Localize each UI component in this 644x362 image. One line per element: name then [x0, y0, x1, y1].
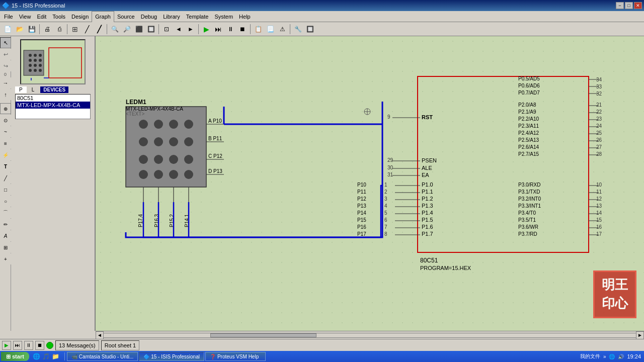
svg-text:P1.7: P1.7 [422, 231, 433, 237]
save-button[interactable]: 💾 [26, 24, 37, 35]
play-status-btn[interactable]: ▶ [2, 341, 11, 350]
place-bus-tool[interactable]: ≡ [0, 138, 11, 149]
taskbar-proteus-help[interactable]: ❓ Proteus VSM Help [205, 352, 266, 361]
draw-rect-tool[interactable]: □ [0, 184, 11, 195]
print2-button[interactable]: ⎙ [54, 24, 65, 35]
messages-status: 13 Message(s) [55, 340, 99, 350]
properties-button[interactable]: 🔧 [292, 24, 303, 35]
draw-arc-tool[interactable]: ⌒ [0, 207, 11, 218]
scroll-left-btn[interactable]: ◄ [96, 331, 104, 339]
draw-path-tool[interactable]: ✏ [0, 219, 11, 230]
volume-icon: 🔊 [618, 354, 624, 359]
symbol-tool[interactable]: A [0, 230, 11, 241]
svg-text:P1.5: P1.5 [422, 217, 433, 223]
scroll-right-btn[interactable]: ► [636, 331, 644, 339]
scrollbar-thumb[interactable] [210, 333, 317, 337]
ql-ie-icon[interactable]: 🌐 [32, 352, 41, 361]
ql-folder-icon[interactable]: 📁 [51, 352, 60, 361]
add-wire-button[interactable]: ╱ [82, 24, 93, 35]
draw-circle-tool[interactable]: ○ [0, 196, 11, 207]
place-component-tool[interactable]: ⊕ [0, 103, 11, 114]
ql-media-icon[interactable]: 🎵 [42, 352, 51, 361]
close-button[interactable]: ✕ [634, 2, 642, 9]
menu-template[interactable]: Template [183, 11, 212, 22]
horizontal-scrollbar[interactable]: ◄ ► [96, 331, 644, 339]
menu-system[interactable]: System [211, 11, 236, 22]
zoom-next-button[interactable]: ► [185, 24, 196, 35]
add-component-button[interactable]: ⊞ [69, 24, 80, 35]
svg-text:P3.5/T1: P3.5/T1 [518, 217, 536, 223]
pause-status-btn[interactable]: ⏸ [24, 341, 33, 350]
svg-text:P16: P16 [357, 224, 366, 230]
place-text-tool[interactable]: T [0, 161, 11, 172]
svg-text:ALE: ALE [422, 165, 432, 171]
stop-status-btn[interactable]: ⏹ [35, 341, 44, 350]
menu-design[interactable]: Design [68, 11, 92, 22]
menu-graph[interactable]: Graph [92, 11, 114, 22]
menu-debug[interactable]: Debug [138, 11, 160, 22]
camtasia-label: Camtasia Studio - Unti... [79, 354, 133, 359]
stamp-line1: 明王 [602, 276, 628, 294]
schematic-canvas[interactable]: LEDM1 MTX-LED-MPX-4X4B-CA <TEXT> A P10 B… [96, 36, 644, 331]
add-bus-button[interactable]: ╱ [94, 24, 105, 35]
menu-help[interactable]: Help [236, 11, 254, 22]
bom-button[interactable]: 📃 [265, 24, 276, 35]
add-tool-extra[interactable]: + [0, 253, 11, 264]
svg-text:P1.6: P1.6 [422, 224, 433, 230]
taskbar-camtasia[interactable]: 📹 Camtasia Studio - Unti... [67, 352, 138, 361]
svg-point-22 [139, 120, 148, 129]
run-button[interactable]: ▶ [201, 24, 212, 35]
svg-text:29: 29 [387, 157, 393, 163]
start-button[interactable]: ⊞ start [1, 352, 29, 361]
place-junction-tool[interactable]: ⊙ [0, 115, 11, 126]
stop-button[interactable]: ⏹ [237, 24, 248, 35]
svg-text:5: 5 [384, 210, 387, 216]
zoom-fit-button[interactable]: ⊡ [161, 24, 172, 35]
step-button[interactable]: ⏭ [213, 24, 224, 35]
zoom-full-button[interactable]: ⬛ [133, 24, 144, 35]
svg-text:P1.1: P1.1 [422, 189, 433, 195]
pan-up-tool[interactable]: ↑ [0, 89, 11, 100]
step-status-btn[interactable]: ⏭ [13, 341, 22, 350]
zoom-area-button[interactable]: 🔲 [145, 24, 156, 35]
design-rule-button[interactable]: ⚠ [277, 24, 288, 35]
menu-library[interactable]: Library [160, 11, 183, 22]
svg-point-8 [29, 64, 32, 67]
svg-point-7 [39, 59, 42, 62]
pause-button[interactable]: ⏸ [225, 24, 236, 35]
redo-tool[interactable]: ↪ [0, 60, 11, 71]
svg-text:P2.7/A15: P2.7/A15 [518, 151, 539, 157]
taskbar-isis[interactable]: 🔷 15 - ISIS Professional [139, 352, 204, 361]
menu-tools[interactable]: Tools [49, 11, 68, 22]
device-item-mtxled[interactable]: MTX-LED-MPX-4X4B-CA [16, 102, 90, 109]
zoom-out-button[interactable]: 🔎 [121, 24, 132, 35]
place-power-tool[interactable]: ⚡ [0, 149, 11, 160]
select-tool[interactable]: ↖ [0, 37, 11, 48]
camtasia-icon: 📹 [71, 354, 77, 359]
device-item-80c51[interactable]: 80C51 [16, 95, 90, 102]
svg-text:P17: P17 [357, 231, 366, 237]
svg-text:12: 12 [596, 196, 602, 202]
draw-line-tool[interactable]: ╱ [0, 172, 11, 184]
minimize-button[interactable]: − [616, 2, 624, 9]
3d-button[interactable]: 🔲 [304, 24, 315, 35]
menu-source[interactable]: Source [114, 11, 138, 22]
svg-point-26 [139, 137, 148, 146]
menu-view[interactable]: View [16, 11, 34, 22]
menu-file[interactable]: File [1, 11, 16, 22]
place-wire-tool[interactable]: ~ [0, 126, 11, 137]
netlist-button[interactable]: 📋 [253, 24, 264, 35]
zoom-prev-button[interactable]: ◄ [173, 24, 184, 35]
devices-l-tab[interactable]: L [28, 86, 39, 93]
maximize-button[interactable]: □ [625, 2, 633, 9]
expand-icon[interactable]: » [603, 354, 606, 359]
print-button[interactable]: 🖨 [42, 24, 53, 35]
devices-p-tab[interactable]: P [15, 86, 27, 93]
zoom-in-button[interactable]: 🔍 [109, 24, 120, 35]
new-button[interactable]: 📄 [2, 24, 13, 35]
open-button[interactable]: 📂 [14, 24, 25, 35]
undo-tool[interactable]: ↩ [0, 49, 11, 60]
menu-edit[interactable]: Edit [34, 11, 49, 22]
table-tool[interactable]: ⊞ [0, 242, 11, 253]
pan-right-tool[interactable]: → [0, 77, 11, 88]
